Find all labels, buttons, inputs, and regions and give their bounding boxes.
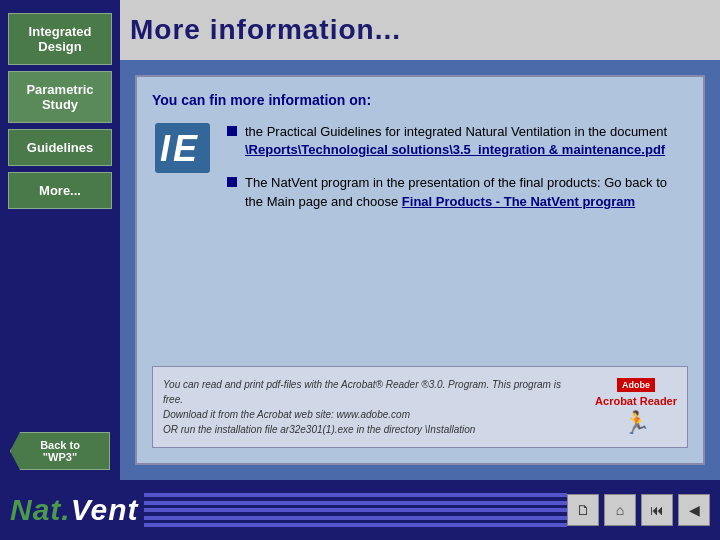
acrobat-reader-label: Acrobat Reader (595, 395, 677, 407)
sidebar-item-parametric-study[interactable]: Parametric Study (8, 71, 112, 123)
acrobat-info-text: You can read and print pdf-files with th… (163, 377, 580, 437)
sidebar-menu: Integrated Design Parametric Study Guide… (0, 10, 120, 212)
link-1[interactable]: \Reports\Technological solutions\3.5_int… (245, 142, 665, 157)
sidebar: Integrated Design Parametric Study Guide… (0, 0, 120, 480)
content-row: I E the Practical Guidelines for integra… (152, 123, 688, 211)
adobe-badge: Adobe (617, 378, 655, 392)
bottom-nav: 🗋 ⌂ ⏮ ◀ (567, 494, 720, 526)
bullet-item-2: The NatVent program in the presentation … (227, 174, 688, 210)
sidebar-item-guidelines[interactable]: Guidelines (8, 129, 112, 166)
bullet-2-text: The NatVent program in the presentation … (245, 174, 688, 210)
stripe-3 (144, 508, 567, 512)
stripe-4 (144, 516, 567, 520)
stripe-5 (144, 523, 567, 527)
bullet-points: the Practical Guidelines for integrated … (227, 123, 688, 211)
acrobat-runner-icon: 🏃 (623, 410, 650, 436)
iea-icon-area: I E (152, 123, 212, 182)
sidebar-item-integrated-design[interactable]: Integrated Design (8, 13, 112, 65)
acrobat-section: You can read and print pdf-files with th… (152, 366, 688, 448)
stripe-2 (144, 501, 567, 505)
sidebar-item-more[interactable]: More... (8, 172, 112, 209)
home-button[interactable]: ⌂ (604, 494, 636, 526)
document-icon-button[interactable]: 🗋 (567, 494, 599, 526)
info-header: You can fin more information on: (152, 92, 688, 108)
prev-page-button[interactable]: ◀ (678, 494, 710, 526)
bottom-bar: Nat.Vent 🗋 ⌂ ⏮ ◀ (0, 480, 720, 540)
bullet-1-icon (227, 126, 237, 136)
first-page-button[interactable]: ⏮ (641, 494, 673, 526)
stripe-area (144, 490, 567, 530)
svg-text:I: I (160, 128, 171, 169)
back-button[interactable]: Back to"WP3" (10, 432, 110, 470)
page-title: More information... (130, 14, 401, 46)
svg-text:E: E (173, 128, 198, 169)
main-content: You can fin more information on: I E t (120, 60, 720, 480)
bullet-item-1: the Practical Guidelines for integrated … (227, 123, 688, 159)
link-2[interactable]: Final Products - The NatVent program (402, 194, 635, 209)
acrobat-logo[interactable]: Adobe Acrobat Reader 🏃 (595, 378, 677, 436)
bullet-2-icon (227, 177, 237, 187)
bullet-1-text: the Practical Guidelines for integrated … (245, 123, 688, 159)
stripe-1 (144, 493, 567, 497)
info-box: You can fin more information on: I E t (135, 75, 705, 465)
iea-icon: I E (155, 123, 210, 182)
natvent-logo: Nat.Vent (0, 493, 139, 527)
